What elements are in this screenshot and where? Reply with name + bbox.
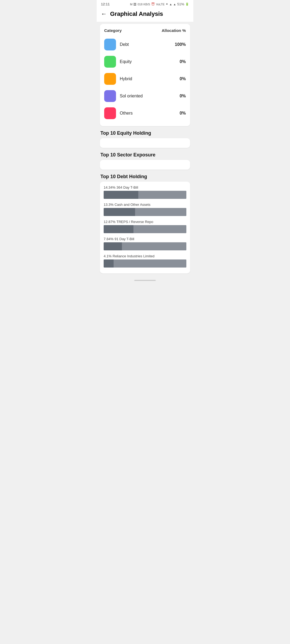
- photo-icon: 🖼: [133, 3, 136, 6]
- debt-bar: [104, 225, 186, 233]
- status-bar: 12:11 M 🖼 018 KB/S ⏰ VoLTE ⁕ ▲ ▲ 51% 🔋: [97, 0, 193, 7]
- signal-icon: ▲: [173, 3, 176, 6]
- equity-label: Equity: [120, 59, 132, 64]
- category-card: Category Allocation % Debt 100% Equity 0…: [100, 24, 190, 126]
- sol-color-box: [104, 90, 116, 102]
- debt-item-label: 12.87% TREPS / Reverse Repo: [104, 220, 186, 224]
- scroll-indicator: [100, 278, 190, 282]
- hybrid-pct: 0%: [180, 76, 186, 81]
- debt-bar-fill: [104, 208, 135, 216]
- equity-pct: 0%: [180, 59, 186, 64]
- sector-empty-card: [100, 160, 190, 170]
- mail-icon: M: [130, 3, 132, 6]
- debt-bar-rest: [135, 208, 186, 216]
- category-card-header: Category Allocation %: [104, 28, 186, 33]
- debt-item-label: 7.84% 91 Day T-Bill: [104, 237, 186, 241]
- others-label: Others: [120, 111, 133, 116]
- debt-color-box: [104, 39, 116, 50]
- sol-label: Sol oriented: [120, 94, 143, 98]
- category-row-others: Others 0%: [104, 105, 186, 122]
- debt-bar-fill: [104, 225, 133, 233]
- debt-bar-rest: [138, 191, 186, 199]
- debt-bar-fill: [104, 191, 138, 199]
- debt-label: Debt: [120, 42, 129, 47]
- debt-bar: [104, 259, 186, 268]
- battery-pct: 51%: [177, 2, 184, 6]
- debt-item-label: 13.3% Cash and Other Assets: [104, 203, 186, 207]
- main-content: Category Allocation % Debt 100% Equity 0…: [97, 22, 193, 284]
- sol-pct: 0%: [180, 94, 186, 98]
- category-row-hybrid: Hybrid 0%: [104, 70, 186, 87]
- alarm-icon: ⏰: [151, 2, 155, 6]
- debt-pct: 100%: [175, 42, 186, 47]
- scroll-bar: [134, 280, 156, 281]
- data-speed: 018 KB/S: [137, 3, 150, 6]
- back-button[interactable]: ←: [101, 10, 107, 17]
- battery-icon: 🔋: [185, 2, 189, 6]
- debt-heading: Top 10 Debt Holding: [100, 174, 190, 180]
- debt-bar: [104, 191, 186, 199]
- debt-bar-fill: [104, 242, 122, 250]
- debt-holding-card: 14.34% 364 Day T-Bill 13.3% Cash and Oth…: [100, 182, 190, 273]
- sector-section: Top 10 Sector Exposure: [100, 152, 190, 170]
- allocation-col-label: Allocation %: [162, 28, 186, 33]
- others-color-box: [104, 107, 116, 119]
- equity-heading: Top 10 Equity Holding: [100, 130, 190, 136]
- header: ← Graphical Analysis: [97, 7, 193, 22]
- debt-holding-item: 14.34% 364 Day T-Bill: [104, 185, 186, 199]
- debt-bar-fill: [104, 259, 114, 268]
- debt-holding-item: 4.1% Reliance Industries Limited: [104, 254, 186, 268]
- status-time: 12:11: [101, 2, 110, 6]
- category-row-equity: Equity 0%: [104, 53, 186, 70]
- debt-item-label: 14.34% 364 Day T-Bill: [104, 185, 186, 189]
- debt-section: Top 10 Debt Holding 14.34% 364 Day T-Bil…: [100, 174, 190, 273]
- category-row-debt: Debt 100%: [104, 36, 186, 53]
- bluetooth-icon: ⁕: [166, 2, 168, 6]
- category-col-label: Category: [104, 28, 122, 33]
- debt-holding-item: 12.87% TREPS / Reverse Repo: [104, 220, 186, 233]
- equity-section: Top 10 Equity Holding: [100, 130, 190, 148]
- page-title: Graphical Analysis: [110, 10, 163, 17]
- debt-bar-rest: [133, 225, 186, 233]
- hybrid-label: Hybrid: [120, 76, 132, 81]
- debt-holding-item: 7.84% 91 Day T-Bill: [104, 237, 186, 250]
- category-row-sol: Sol oriented 0%: [104, 87, 186, 105]
- sector-heading: Top 10 Sector Exposure: [100, 152, 190, 158]
- hybrid-color-box: [104, 73, 116, 85]
- equity-color-box: [104, 56, 116, 68]
- debt-holding-item: 13.3% Cash and Other Assets: [104, 203, 186, 216]
- status-icons: M 🖼 018 KB/S ⏰ VoLTE ⁕ ▲ ▲ 51% 🔋: [130, 2, 189, 6]
- wifi-icon: ▲: [169, 3, 172, 6]
- others-pct: 0%: [180, 111, 186, 116]
- debt-item-label: 4.1% Reliance Industries Limited: [104, 254, 186, 258]
- volte-icon: VoLTE: [156, 3, 165, 6]
- debt-bar-rest: [122, 242, 186, 250]
- equity-empty-card: [100, 138, 190, 148]
- debt-bar: [104, 208, 186, 216]
- debt-bar-rest: [114, 259, 186, 268]
- debt-bar: [104, 242, 186, 250]
